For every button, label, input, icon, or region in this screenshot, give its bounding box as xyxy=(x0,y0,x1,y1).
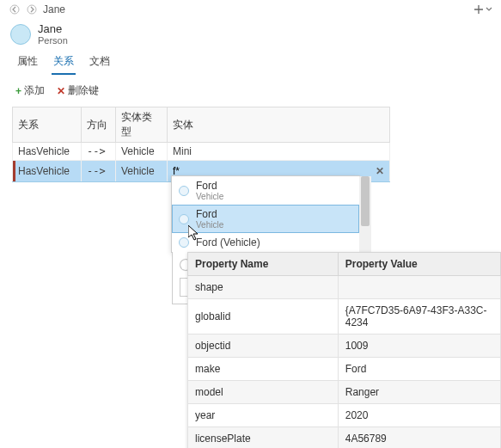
suggestion-item[interactable]: Ford Vehicle xyxy=(172,205,359,233)
delete-label: 删除键 xyxy=(68,83,99,98)
breadcrumb[interactable]: Jane xyxy=(43,3,65,15)
avatar xyxy=(10,24,31,45)
col-entitytype[interactable]: 实体类型 xyxy=(116,107,168,143)
arrow-right-icon: --> xyxy=(82,161,116,182)
col-propname: Property Name xyxy=(188,253,339,276)
svg-point-0 xyxy=(10,5,19,14)
tab-properties[interactable]: 属性 xyxy=(15,52,40,75)
relationships-table: 关系 方向 实体类型 实体 HasVehicle --> Vehicle Min… xyxy=(12,107,390,182)
property-row: objectid1009 xyxy=(188,334,501,358)
tab-relationships[interactable]: 关系 xyxy=(52,52,76,75)
add-button[interactable]: + 添加 xyxy=(15,83,45,98)
forward-icon[interactable] xyxy=(26,3,38,15)
entity-name: Jane xyxy=(38,22,68,35)
add-label: 添加 xyxy=(24,83,45,98)
svg-point-1 xyxy=(27,5,36,14)
plus-icon xyxy=(474,4,484,15)
properties-tooltip: Property Name Property Value shapeglobal… xyxy=(187,252,501,448)
col-direction[interactable]: 方向 xyxy=(82,107,116,143)
back-icon[interactable] xyxy=(9,3,21,15)
arrow-right-icon: --> xyxy=(82,143,116,161)
table-row[interactable]: HasVehicle --> Vehicle Mini xyxy=(13,143,390,161)
col-relation[interactable]: 关系 xyxy=(13,107,82,143)
property-row: globalid{A7FC7D35-6A97-43F3-A33C-4234 xyxy=(188,299,501,334)
radio-icon[interactable] xyxy=(179,237,189,248)
suggestion-item[interactable]: Ford Vehicle xyxy=(172,176,359,205)
plus-icon: + xyxy=(15,85,21,97)
suggestions-dropdown: Ford Vehicle Ford Vehicle Ford (Vehicle) xyxy=(171,175,360,253)
clear-input-icon[interactable]: ✕ xyxy=(376,165,384,177)
entity-type: Person xyxy=(38,35,68,46)
chevron-down-icon xyxy=(486,6,492,13)
add-menu-button[interactable] xyxy=(474,4,492,15)
col-entity[interactable]: 实体 xyxy=(168,107,390,143)
scroll-thumb[interactable] xyxy=(361,176,370,226)
property-row: shape xyxy=(188,276,501,299)
property-row: year2020 xyxy=(188,404,501,427)
property-row: licensePlate4A56789 xyxy=(188,427,501,449)
col-propvalue: Property Value xyxy=(338,253,500,276)
delete-key-button[interactable]: ✕ 删除键 xyxy=(57,83,99,98)
property-row: makeFord xyxy=(188,358,501,381)
radio-icon[interactable] xyxy=(179,214,189,224)
close-icon: ✕ xyxy=(57,85,65,97)
radio-icon[interactable] xyxy=(179,186,189,196)
suggestion-item[interactable]: Ford (Vehicle) xyxy=(172,233,359,252)
tab-documents[interactable]: 文档 xyxy=(88,52,112,75)
property-row: modelRanger xyxy=(188,381,501,404)
